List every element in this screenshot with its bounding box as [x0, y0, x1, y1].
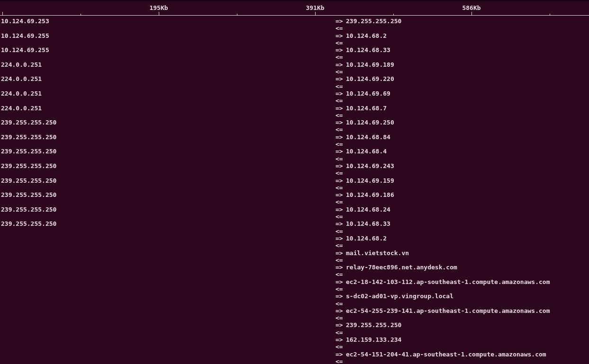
destination-host: mail.vietstock.vn [346, 249, 589, 257]
connection-row-back: <= [0, 126, 589, 133]
connection-list: 10.124.69.253=>239.255.255.250<=10.124.6… [0, 16, 589, 364]
connection-row-back: <= [0, 300, 589, 307]
connection-row-back: <= [0, 343, 589, 350]
scale-tick [2, 12, 3, 16]
arrow-in-icon: <= [335, 68, 346, 75]
arrow-out-icon: => [335, 235, 346, 242]
source-host-blank [0, 300, 335, 307]
arrow-out-icon: => [335, 206, 346, 213]
arrow-in-icon: <= [335, 213, 346, 220]
arrow-out-icon: => [335, 191, 346, 198]
destination-host: 10.124.68.84 [346, 133, 589, 141]
arrow-in-icon: <= [335, 184, 346, 191]
destination-host: 10.124.68.33 [346, 220, 589, 227]
destination-host: ec2-18-142-103-112.ap-southeast-1.comput… [346, 278, 589, 285]
arrow-in-icon: <= [335, 25, 346, 32]
arrow-in-icon: <= [335, 155, 346, 162]
destination-host-blank [346, 169, 589, 177]
destination-host: 10.124.69.189 [346, 61, 589, 68]
source-host-blank [0, 184, 335, 191]
source-host-blank [0, 155, 335, 162]
source-host-blank [0, 126, 335, 133]
arrow-out-icon: => [335, 119, 346, 126]
destination-host-blank [346, 285, 589, 293]
destination-host-blank [346, 213, 589, 220]
arrow-out-icon: => [335, 133, 346, 141]
connection-row: =>ec2-18-142-103-112.ap-southeast-1.comp… [0, 278, 589, 285]
connection-row-back: <= [0, 83, 589, 90]
connection-row-back: <= [0, 97, 589, 104]
destination-host-blank [346, 329, 589, 336]
connection-row: 224.0.0.251=>10.124.69.189 [0, 61, 589, 68]
destination-host-blank [346, 53, 589, 61]
connection-row: 239.255.255.250=>10.124.68.4 [0, 148, 589, 155]
source-host-blank [0, 68, 335, 75]
scale-tick [550, 14, 550, 16]
source-host [0, 321, 335, 328]
arrow-out-icon: => [335, 46, 346, 53]
source-host [0, 235, 335, 242]
destination-host-blank [346, 112, 589, 119]
source-host: 239.255.255.250 [0, 148, 335, 155]
arrow-in-icon: <= [335, 169, 346, 177]
destination-host: 10.124.69.69 [346, 90, 589, 97]
source-host: 239.255.255.250 [0, 206, 335, 213]
scale-label: 195Kb [149, 4, 168, 11]
arrow-in-icon: <= [335, 329, 346, 336]
source-host-blank [0, 112, 335, 119]
arrow-out-icon: => [335, 264, 346, 271]
arrow-out-icon: => [335, 177, 346, 184]
connection-row: 10.124.69.253=>239.255.255.250 [0, 18, 589, 25]
source-host: 239.255.255.250 [0, 191, 335, 198]
connection-row-back: <= [0, 141, 589, 148]
destination-host: 10.124.69.159 [346, 177, 589, 184]
destination-host: 239.255.255.250 [346, 18, 589, 25]
destination-host-blank [346, 97, 589, 104]
scale-tick [393, 14, 394, 16]
connection-row-back: <= [0, 198, 589, 205]
arrow-in-icon: <= [335, 228, 346, 235]
destination-host: s-dc02-ad01-vp.vingroup.local [346, 293, 589, 300]
arrow-out-icon: => [335, 351, 346, 358]
connection-row-back: <= [0, 68, 589, 75]
arrow-in-icon: <= [335, 343, 346, 350]
destination-host: 10.124.68.24 [346, 206, 589, 213]
connection-row: =>mail.vietstock.vn [0, 249, 589, 257]
connection-row: 239.255.255.250=>10.124.69.186 [0, 191, 589, 198]
source-host [0, 336, 335, 343]
source-host [0, 293, 335, 300]
arrow-out-icon: => [335, 32, 346, 39]
arrow-in-icon: <= [335, 53, 346, 61]
connection-row: =>s-dc02-ad01-vp.vingroup.local [0, 293, 589, 300]
connection-row-back: <= [0, 184, 589, 191]
source-host: 224.0.0.251 [0, 90, 335, 97]
connection-row-back: <= [0, 257, 589, 264]
destination-host-blank [346, 184, 589, 191]
destination-host-blank [346, 271, 589, 278]
source-host: 10.124.69.253 [0, 18, 335, 25]
source-host [0, 278, 335, 285]
arrow-out-icon: => [335, 220, 346, 227]
connection-row-back: <= [0, 314, 589, 321]
source-host: 10.124.69.255 [0, 46, 335, 53]
arrow-out-icon: => [335, 75, 346, 82]
source-host-blank [0, 228, 335, 235]
destination-host: 10.124.68.2 [346, 235, 589, 242]
connection-row: =>10.124.68.2 [0, 235, 589, 242]
destination-host: ec2-54-255-239-141.ap-southeast-1.comput… [346, 307, 589, 314]
destination-host: 10.124.69.250 [346, 119, 589, 126]
destination-host: 239.255.255.250 [346, 321, 589, 328]
source-host-blank [0, 242, 335, 249]
connection-row-back: <= [0, 169, 589, 177]
arrow-out-icon: => [335, 293, 346, 300]
scale-tick [237, 14, 237, 16]
source-host-blank [0, 358, 335, 364]
connection-row-back: <= [0, 271, 589, 278]
destination-host: 10.124.68.2 [346, 32, 589, 39]
source-host-blank [0, 285, 335, 293]
destination-host: 10.124.69.243 [346, 162, 589, 169]
source-host: 224.0.0.251 [0, 75, 335, 82]
connection-row-back: <= [0, 155, 589, 162]
destination-host-blank [346, 257, 589, 264]
connection-row: =>relay-78eec896.net.anydesk.com [0, 264, 589, 271]
